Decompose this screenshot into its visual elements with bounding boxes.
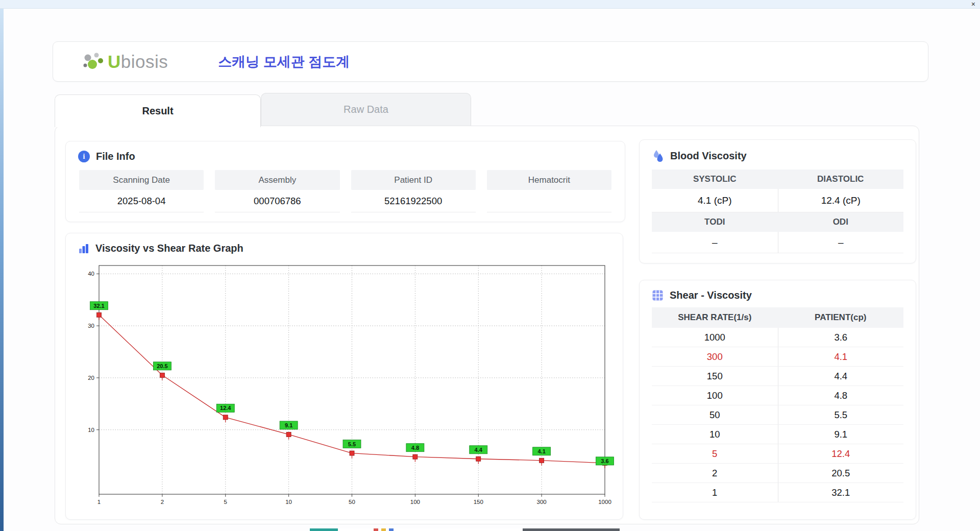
- shear-rate-value: 10: [652, 425, 778, 444]
- shear-rate-value: 300: [652, 347, 778, 366]
- taskbar-segment: [389, 528, 394, 531]
- file-info-card: File Info Scanning Date 2025-08-04 Assem…: [65, 141, 625, 222]
- patient-header: PATIENT(cp): [778, 307, 904, 328]
- svg-text:1000: 1000: [598, 499, 611, 505]
- shear-rate-value: 1: [652, 483, 778, 502]
- svg-text:4.4: 4.4: [475, 447, 483, 453]
- shear-rate-value: 1000: [652, 328, 778, 347]
- table-row: 3004.1: [652, 347, 903, 367]
- svg-text:100: 100: [410, 499, 420, 505]
- shear-table-header: SHEAR RATE(1/s) PATIENT(cp): [652, 307, 903, 328]
- blood-viscosity-grid: SYSTOLIC DIASTOLIC 4.1 (cP) 12.4 (cP) TO…: [652, 170, 903, 253]
- tab-raw-data[interactable]: Raw Data: [261, 93, 471, 126]
- odi-value: –: [778, 232, 904, 253]
- svg-text:40: 40: [88, 271, 94, 277]
- header: Ubiosis 스캐닝 모세관 점도계: [53, 41, 928, 82]
- result-panel: File Info Scanning Date 2025-08-04 Assem…: [55, 126, 919, 524]
- svg-text:10: 10: [88, 427, 94, 433]
- shear-rate-value: 50: [652, 405, 778, 424]
- patient-viscosity-value: 4.1: [778, 347, 904, 366]
- svg-text:32.1: 32.1: [93, 303, 104, 309]
- taskbar-artifact: [310, 528, 620, 531]
- logo-dots-icon: [81, 51, 105, 73]
- file-info-title-row: File Info: [66, 141, 625, 162]
- svg-text:2: 2: [161, 499, 164, 505]
- taskbar-segment: [374, 528, 378, 531]
- svg-text:150: 150: [474, 499, 483, 505]
- svg-text:9.1: 9.1: [285, 422, 292, 428]
- shear-table: SHEAR RATE(1/s) PATIENT(cp) 10003.63004.…: [652, 307, 903, 502]
- field-assembly: Assembly 000706786: [215, 170, 339, 212]
- todi-header: TODI: [652, 212, 778, 232]
- shear-rate-header: SHEAR RATE(1/s): [652, 307, 778, 328]
- shear-viscosity-title: Shear - Viscosity: [670, 289, 752, 301]
- page-title: 스캐닝 모세관 점도계: [218, 53, 350, 71]
- logo-rest: biosis: [121, 52, 168, 71]
- droplet-icon: [652, 149, 664, 162]
- shear-viscosity-title-row: Shear - Viscosity: [640, 280, 916, 301]
- blood-viscosity-title-row: Blood Viscosity: [640, 140, 916, 162]
- grid-table-icon: [652, 289, 664, 301]
- close-icon[interactable]: ×: [971, 1, 975, 8]
- svg-text:5.5: 5.5: [348, 441, 356, 447]
- svg-text:10: 10: [285, 499, 292, 505]
- svg-text:4.8: 4.8: [411, 445, 419, 451]
- svg-text:12.4: 12.4: [220, 405, 231, 411]
- patient-viscosity-value: 4.8: [778, 386, 904, 405]
- shear-viscosity-card: Shear - Viscosity SHEAR RATE(1/s) PATIEN…: [639, 280, 916, 520]
- window-titlebar: ×: [0, 0, 980, 9]
- table-row: 1004.8: [652, 386, 903, 405]
- svg-text:20.5: 20.5: [157, 363, 167, 369]
- taskbar-segment: [381, 528, 386, 531]
- logo-u: U: [108, 52, 121, 71]
- tab-result[interactable]: Result: [55, 94, 261, 127]
- logo-wordmark: Ubiosis: [108, 52, 168, 72]
- todi-value: –: [652, 232, 778, 253]
- patient-id-value: 52161922500: [351, 190, 476, 212]
- svg-text:20: 20: [88, 375, 94, 381]
- patient-viscosity-value: 5.5: [778, 405, 904, 424]
- taskbar-segment: [310, 528, 338, 531]
- shear-rate-value: 150: [652, 367, 778, 385]
- graph-title-row: Viscosity vs Shear Rate Graph: [66, 233, 623, 254]
- taskbar-segment: [394, 528, 523, 531]
- table-row: 1504.4: [652, 367, 903, 386]
- hematocrit-value: [487, 190, 611, 212]
- table-row: 505.5: [652, 405, 903, 425]
- graph-title: Viscosity vs Shear Rate Graph: [95, 243, 243, 254]
- diastolic-header: DIASTOLIC: [778, 170, 904, 189]
- ubiosis-logo: Ubiosis: [81, 51, 168, 73]
- table-row: 109.1: [652, 425, 903, 444]
- patient-viscosity-value: 20.5: [778, 464, 904, 482]
- scanning-date-label: Scanning Date: [79, 170, 204, 190]
- field-patient-id: Patient ID 52161922500: [351, 170, 476, 212]
- shear-table-body: 10003.63004.11504.41004.8505.5109.1512.4…: [652, 328, 903, 502]
- assembly-value: 000706786: [215, 190, 339, 212]
- table-row: 132.1: [652, 483, 903, 502]
- patient-viscosity-value: 12.4: [778, 444, 904, 463]
- shear-rate-value: 5: [652, 444, 778, 463]
- app-window: Ubiosis 스캐닝 모세관 점도계 Result Raw Data File…: [4, 9, 980, 531]
- file-info-fields: Scanning Date 2025-08-04 Assembly 000706…: [66, 170, 625, 212]
- graph-card: Viscosity vs Shear Rate Graph 1251050100…: [65, 233, 623, 520]
- blood-viscosity-card: Blood Viscosity SYSTOLIC DIASTOLIC 4.1 (…: [639, 139, 916, 263]
- field-scanning-date: Scanning Date 2025-08-04: [79, 170, 204, 212]
- patient-id-label: Patient ID: [351, 170, 476, 190]
- svg-text:5: 5: [224, 499, 227, 505]
- systolic-header: SYSTOLIC: [652, 170, 778, 189]
- svg-text:30: 30: [88, 323, 94, 329]
- patient-viscosity-value: 4.4: [778, 367, 904, 385]
- info-icon: [78, 151, 90, 162]
- systolic-value: 4.1 (cP): [652, 189, 778, 212]
- hematocrit-label: Hematocrit: [487, 170, 611, 190]
- background-strip: [0, 9, 4, 531]
- bar-chart-icon: [78, 243, 89, 254]
- scanning-date-value: 2025-08-04: [79, 190, 204, 212]
- svg-text:50: 50: [349, 499, 355, 505]
- blood-viscosity-title: Blood Viscosity: [670, 150, 747, 162]
- file-info-title: File Info: [96, 151, 135, 162]
- table-row: 220.5: [652, 464, 903, 483]
- patient-viscosity-value: 9.1: [778, 425, 904, 444]
- diastolic-value: 12.4 (cP): [778, 189, 904, 212]
- patient-viscosity-value: 3.6: [778, 328, 904, 347]
